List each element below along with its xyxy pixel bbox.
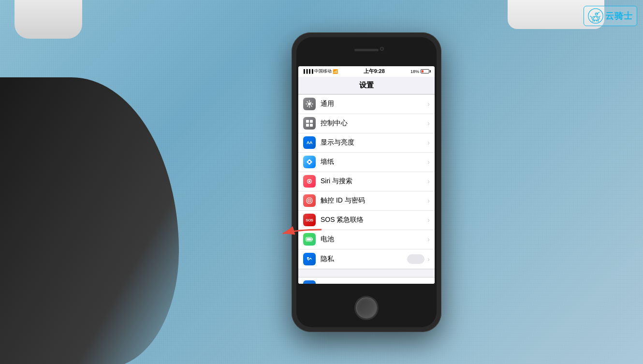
wifi-icon: 📶 xyxy=(333,69,338,74)
svg-line-7 xyxy=(590,16,592,17)
general-label: 通用 xyxy=(321,100,427,108)
settings-item-itunes[interactable]: iTunes Store 与 App Store › xyxy=(298,277,435,284)
status-right: 18% xyxy=(410,69,431,74)
settings-list: 通用 › 控制中心 › AA 显示与亮度 xyxy=(298,94,435,284)
itunes-label: iTunes Store 与 App Store xyxy=(321,283,427,284)
svg-point-21 xyxy=(309,200,310,201)
settings-item-control-center[interactable]: 控制中心 › xyxy=(298,114,435,133)
front-camera xyxy=(380,47,384,51)
status-left: ▐▐▐▐ 中国移动 📶 xyxy=(302,68,338,74)
sos-icon: SOS xyxy=(303,214,316,226)
itunes-icon xyxy=(303,280,316,284)
settings-item-siri[interactable]: Siri 与搜索 › xyxy=(298,172,435,191)
settings-group-store: iTunes Store 与 App Store › 钱包与 Apple Pay… xyxy=(298,277,435,284)
sos-arrow: › xyxy=(427,216,430,224)
svg-point-17 xyxy=(308,161,310,163)
section-gap-1 xyxy=(298,269,435,277)
svg-rect-23 xyxy=(312,238,313,240)
touch-id-label: 触控 ID 与密码 xyxy=(321,196,427,205)
privacy-icon xyxy=(303,253,316,265)
top-decoration-left xyxy=(15,0,82,39)
battery-label: 电池 xyxy=(321,235,427,244)
logo-icon xyxy=(588,8,603,24)
control-center-icon xyxy=(303,117,316,130)
touch-id-arrow: › xyxy=(427,197,430,204)
logo-container: 云骑士 xyxy=(584,6,637,26)
siri-arrow: › xyxy=(427,177,430,185)
settings-item-wallpaper[interactable]: 墙纸 › xyxy=(298,153,435,172)
phone-device: ▐▐▐▐ 中国移动 📶 上午9:28 18% 设置 xyxy=(292,32,441,332)
settings-item-touch-id[interactable]: 触控 ID 与密码 › xyxy=(298,191,435,211)
display-icon: AA xyxy=(303,136,316,149)
logo-text: 云骑士 xyxy=(605,10,633,22)
control-center-arrow: › xyxy=(427,119,430,127)
control-center-label: 控制中心 xyxy=(321,119,427,128)
svg-line-11 xyxy=(598,20,599,22)
phone-speaker xyxy=(354,49,379,51)
svg-rect-15 xyxy=(306,124,309,127)
privacy-label: 隐私 xyxy=(321,255,407,263)
battery-icon xyxy=(303,233,316,246)
siri-label: Siri 与搜索 xyxy=(321,177,427,186)
page-title: 设置 xyxy=(359,81,374,90)
status-time: 上午9:28 xyxy=(364,68,385,75)
svg-rect-14 xyxy=(310,120,313,123)
battery-indicator xyxy=(421,69,431,73)
display-arrow: › xyxy=(427,139,430,146)
wallpaper-icon xyxy=(303,156,316,168)
svg-rect-13 xyxy=(306,120,309,123)
phone-inner: ▐▐▐▐ 中国移动 📶 上午9:28 18% 设置 xyxy=(296,37,437,327)
settings-item-sos[interactable]: SOS SOS 紧急联络 › xyxy=(298,211,435,230)
svg-rect-25 xyxy=(307,257,309,259)
settings-item-privacy[interactable]: 隐私 › xyxy=(298,249,435,269)
settings-group-main: 通用 › 控制中心 › AA 显示与亮度 xyxy=(298,94,435,269)
phone-screen: ▐▐▐▐ 中国移动 📶 上午9:28 18% 设置 xyxy=(298,66,435,284)
privacy-toggle xyxy=(407,254,424,264)
svg-rect-16 xyxy=(310,124,313,127)
settings-item-battery[interactable]: 电池 › xyxy=(298,230,435,249)
home-button[interactable] xyxy=(356,297,377,319)
general-arrow: › xyxy=(427,100,430,108)
carrier-name: 中国移动 xyxy=(314,68,332,74)
svg-line-8 xyxy=(593,20,594,22)
display-label: 显示与亮度 xyxy=(321,138,427,147)
battery-percent: 18% xyxy=(410,69,419,74)
settings-item-display[interactable]: AA 显示与亮度 › xyxy=(298,133,435,153)
status-bar: ▐▐▐▐ 中国移动 📶 上午9:28 18% xyxy=(298,66,435,77)
svg-rect-24 xyxy=(307,238,311,241)
settings-item-general[interactable]: 通用 › xyxy=(298,95,435,114)
svg-point-18 xyxy=(308,180,310,182)
battery-arrow: › xyxy=(427,235,430,243)
itunes-arrow: › xyxy=(427,283,430,284)
general-icon xyxy=(303,98,316,110)
privacy-arrow: › xyxy=(427,255,430,263)
wallpaper-label: 墙纸 xyxy=(321,158,427,166)
svg-line-6 xyxy=(599,16,600,17)
navigation-bar: 设置 xyxy=(298,77,435,94)
touch-id-icon xyxy=(303,194,316,207)
svg-point-1 xyxy=(592,16,599,20)
wallpaper-arrow: › xyxy=(427,158,430,166)
sos-label: SOS 紧急联络 xyxy=(321,216,427,224)
siri-icon xyxy=(303,175,316,188)
signal-bars: ▐▐▐▐ xyxy=(302,69,313,73)
